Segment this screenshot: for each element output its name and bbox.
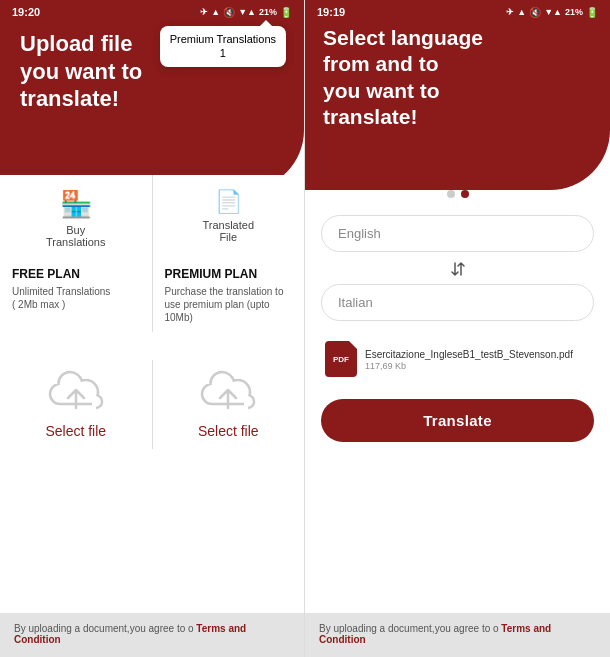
footer-left: By uploading a document,you agree to o T… bbox=[0, 613, 304, 657]
shop-icon: 🏪 bbox=[60, 189, 92, 220]
language-section: PDF Esercitazione_IngleseB1_testB_Steven… bbox=[321, 215, 594, 442]
status-icons-right: ✈ ▲ 🔇 ▼▲ 21% 🔋 bbox=[506, 7, 598, 18]
screen-upload: 19:20 ✈ ▲ 🔇 ▼▲ 21% 🔋 Premium Translation… bbox=[0, 0, 305, 657]
pdf-tab-icon: 📄 bbox=[215, 189, 242, 215]
premium-plan-desc: Purchase the translation to use premium … bbox=[165, 285, 293, 324]
tab-translated-file[interactable]: 📄 Translated File bbox=[153, 175, 305, 258]
footer-text-left: By uploading a document,you agree to o bbox=[14, 623, 194, 634]
tooltip-line2: 1 bbox=[220, 47, 226, 59]
status-time-right: 19:19 bbox=[317, 6, 345, 18]
file-name: Esercitazione_IngleseB1_testB_Stevenson.… bbox=[365, 348, 590, 361]
dots-indicator bbox=[305, 190, 610, 198]
premium-plan-title: PREMIUM PLAN bbox=[165, 267, 293, 281]
file-info: Esercitazione_IngleseB1_testB_Stevenson.… bbox=[365, 348, 590, 371]
free-plan-title: FREE PLAN bbox=[12, 267, 140, 281]
screen-language: 19:19 ✈ ▲ 🔇 ▼▲ 21% 🔋 Select languagefrom… bbox=[305, 0, 610, 657]
select-file-label-premium: Select file bbox=[198, 423, 259, 439]
free-plan-desc: Unlimited Translations( 2Mb max ) bbox=[12, 285, 140, 311]
free-plan: FREE PLAN Unlimited Translations( 2Mb ma… bbox=[0, 255, 153, 332]
status-icons-left: ✈ ▲ 🔇 ▼▲ 21% 🔋 bbox=[200, 7, 292, 18]
status-bar-left: 19:20 ✈ ▲ 🔇 ▼▲ 21% 🔋 bbox=[0, 0, 304, 22]
tooltip-line1: Premium Translations bbox=[170, 33, 276, 45]
select-file-label-free: Select file bbox=[45, 423, 106, 439]
premium-plan: PREMIUM PLAN Purchase the translation to… bbox=[153, 255, 305, 332]
tabs-container: 🏪 Buy Translations 📄 Translated File bbox=[0, 175, 304, 258]
dot-1 bbox=[447, 190, 455, 198]
to-language-input[interactable] bbox=[321, 284, 594, 321]
status-bar-right: 19:19 ✈ ▲ 🔇 ▼▲ 21% 🔋 bbox=[305, 0, 610, 22]
pdf-file-icon: PDF bbox=[325, 341, 357, 377]
cloud-upload-icon-premium bbox=[198, 370, 258, 415]
file-size: 117,69 Kb bbox=[365, 361, 590, 371]
tab-buy-translations[interactable]: 🏪 Buy Translations bbox=[0, 175, 153, 258]
upload-premium[interactable]: Select file bbox=[153, 360, 305, 449]
footer-text-right: By uploading a document,you agree to o bbox=[319, 623, 499, 634]
translate-button[interactable]: Translate bbox=[321, 399, 594, 442]
upload-area: Select file Select file bbox=[0, 360, 304, 449]
tab-buy-label: Buy Translations bbox=[46, 224, 106, 248]
footer-right: By uploading a document,you agree to o T… bbox=[305, 613, 610, 657]
upload-free[interactable]: Select file bbox=[0, 360, 153, 449]
status-time-left: 19:20 bbox=[12, 6, 40, 18]
cloud-upload-icon-free bbox=[46, 370, 106, 415]
app-container: 19:20 ✈ ▲ 🔇 ▼▲ 21% 🔋 Premium Translation… bbox=[0, 0, 610, 657]
tooltip-premium: Premium Translations 1 bbox=[160, 26, 286, 67]
header-title: Upload fileyou want totranslate! bbox=[20, 30, 142, 113]
header-title-right: Select languagefrom and toyou want totra… bbox=[323, 25, 483, 130]
plan-section: FREE PLAN Unlimited Translations( 2Mb ma… bbox=[0, 255, 304, 332]
tab-file-label: Translated File bbox=[202, 219, 254, 243]
dot-2 bbox=[461, 190, 469, 198]
swap-languages-button[interactable] bbox=[321, 260, 594, 278]
file-row: PDF Esercitazione_IngleseB1_testB_Steven… bbox=[321, 335, 594, 383]
from-language-input[interactable] bbox=[321, 215, 594, 252]
